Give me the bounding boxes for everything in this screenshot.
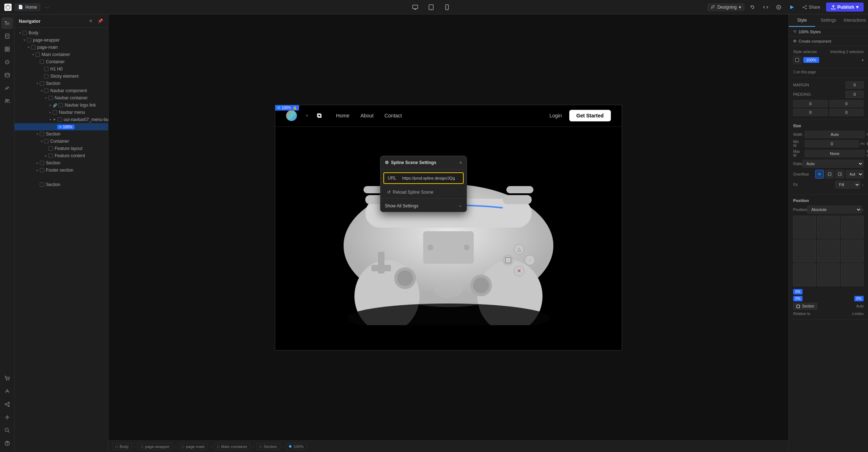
bottombar-page-wrapper[interactable]: □ page-wrapper [137, 443, 173, 450]
mode-selector[interactable]: Designing ▾ [707, 3, 745, 11]
tree-item-container1[interactable]: ▾ Container [14, 58, 108, 65]
ratio-select[interactable]: Auto [803, 160, 864, 168]
anchor-tc[interactable] [817, 216, 840, 238]
tree-checkbox-navbar-component[interactable] [44, 89, 48, 93]
help-btn[interactable] [1, 438, 13, 449]
assets-btn[interactable] [1, 56, 13, 68]
tree-item-footer-section[interactable]: ▸ Footer section [14, 167, 108, 174]
tree-item-page-main[interactable]: ▾ page-main [14, 44, 108, 51]
tree-checkbox-uui-navbar[interactable] [58, 117, 62, 122]
canvas-area[interactable]: 100% 🔒 × ⧉ Home About Contact [109, 14, 788, 452]
tree-item-navbar-container[interactable]: ▾ Navbar container [14, 94, 108, 102]
minw-input[interactable] [805, 140, 859, 147]
users-btn[interactable] [1, 95, 13, 107]
tablet-view-btn[interactable] [426, 2, 436, 12]
tree-checkbox-navbar-menu[interactable] [53, 110, 57, 115]
tree-item-feature-layout[interactable]: ▾ Feature layout [14, 145, 108, 152]
anchor-br[interactable] [841, 263, 864, 286]
maxw-input[interactable] [805, 150, 865, 157]
code-btn[interactable] [761, 2, 771, 12]
navigator-close-btn[interactable]: ✕ [87, 17, 94, 25]
anchor-tr[interactable] [841, 216, 864, 238]
overflow-scroll-btn[interactable] [835, 170, 844, 178]
navigator-btn[interactable] [1, 17, 13, 29]
tree-item-navbar-component[interactable]: ▾ Navbar component [14, 87, 108, 94]
tree-checkbox-body[interactable] [22, 31, 27, 35]
tree-item-container2[interactable]: ▾ Container [14, 138, 108, 145]
tree-item-sticky[interactable]: ▾ Sticky element [14, 73, 108, 80]
section-btn[interactable]: Section [793, 303, 817, 310]
offset-left-badge[interactable]: 0% [793, 296, 803, 301]
bottombar-100pct[interactable]: 100% [286, 443, 307, 450]
bottombar-page-main[interactable]: □ page-main [179, 443, 208, 450]
tree-item-section2[interactable]: ▾ Section [14, 130, 108, 138]
offset-top-badge[interactable]: 0% [793, 289, 803, 294]
styles-100-badge[interactable]: 100% [803, 57, 819, 63]
tab-interactions[interactable]: Interactions [842, 14, 868, 27]
tree-item-section3[interactable]: ▸ Section [14, 159, 108, 167]
publish-btn[interactable]: Publish ▾ [826, 3, 864, 12]
width-input[interactable] [805, 131, 865, 138]
tree-checkbox-feature-content[interactable] [48, 154, 53, 158]
tree-item-navbar-menu[interactable]: ▸ Navbar menu [14, 109, 108, 116]
margin-top-input[interactable] [793, 100, 828, 107]
position-select[interactable]: Absolute [807, 206, 862, 214]
spline-url-input[interactable] [400, 173, 463, 183]
bottombar-section[interactable]: □ Section [256, 443, 280, 450]
mobile-view-btn[interactable] [442, 2, 452, 12]
tree-checkbox-container1[interactable] [40, 60, 44, 64]
style-box-icon[interactable] [793, 56, 801, 64]
tree-checkbox-page-wrapper[interactable] [27, 38, 31, 42]
publish-chevron[interactable]: ▾ [856, 4, 859, 10]
tree-checkbox-navbar-logo-link[interactable] [59, 103, 63, 107]
tree-checkbox-feature-layout[interactable] [48, 146, 53, 151]
tree-checkbox-container2[interactable] [44, 139, 48, 143]
tree-item-section-bottom[interactable]: ▾ Section [14, 181, 108, 188]
desktop-view-btn[interactable] [410, 2, 420, 12]
anchor-tl[interactable] [793, 216, 816, 238]
padding-input[interactable] [846, 91, 864, 98]
spline-all-settings-btn[interactable]: Show All Settings → [380, 200, 467, 212]
create-component-btn[interactable]: ⊕ Create component [789, 36, 868, 46]
tree-item-100pct[interactable]: ▾ 100% [14, 123, 108, 130]
pages-btn[interactable] [1, 30, 13, 42]
play-btn[interactable] [787, 2, 797, 12]
tree-checkbox-section-bottom[interactable] [40, 182, 44, 187]
anchor-ml[interactable] [793, 240, 816, 262]
search-btn[interactable] [1, 425, 13, 436]
fit-select[interactable]: Fill [835, 181, 860, 189]
home-tab[interactable]: 📄 Home [14, 3, 41, 11]
tree-item-feature-content[interactable]: ▸ Feature content [14, 152, 108, 159]
margin-left-input[interactable] [829, 109, 864, 116]
margin-right-input[interactable] [829, 100, 864, 107]
tree-item-h1[interactable]: ▾ H1 H0 [14, 65, 108, 73]
tree-item-section1[interactable]: ▾ Section [14, 80, 108, 87]
offset-right-badge[interactable]: 0% [854, 296, 864, 301]
undo-btn[interactable] [748, 2, 758, 12]
tree-checkbox-navbar-container[interactable] [48, 96, 53, 100]
cms-btn[interactable] [1, 69, 13, 81]
tree-checkbox-h1[interactable] [44, 67, 48, 71]
overflow-select[interactable]: Auto [846, 170, 864, 178]
share-btn[interactable]: Share [800, 3, 823, 11]
tab-settings[interactable]: Settings [815, 14, 842, 27]
navigator-pin-btn[interactable]: 📌 [97, 17, 104, 25]
selector-chevron[interactable]: ▾ [862, 58, 864, 62]
margin-bottom-input[interactable] [793, 109, 828, 116]
logic-btn[interactable] [1, 399, 13, 410]
ecommerce-btn[interactable] [1, 373, 13, 384]
anchor-bl[interactable] [793, 263, 816, 286]
tree-item-uui-navbar[interactable]: ▾ ▼ uui-navbar07_menu-but... [14, 116, 108, 123]
logo-icon[interactable] [4, 4, 12, 11]
overflow-visible-btn[interactable]: 👁 [815, 170, 824, 178]
tree-checkbox-sticky[interactable] [44, 74, 48, 78]
font-btn[interactable] [1, 386, 13, 397]
margin-input[interactable] [846, 81, 864, 89]
tree-item-page-wrapper[interactable]: ▾ page-wrapper [14, 36, 108, 44]
tab-more-btn[interactable]: ··· [45, 4, 49, 10]
tree-checkbox-section1[interactable] [40, 81, 44, 86]
preview-btn[interactable] [774, 2, 784, 12]
anchor-mr[interactable] [841, 240, 864, 262]
tree-checkbox-page-main[interactable] [31, 45, 35, 49]
spline-reload-btn[interactable]: ↺ Reload Spline Scene [383, 187, 464, 198]
